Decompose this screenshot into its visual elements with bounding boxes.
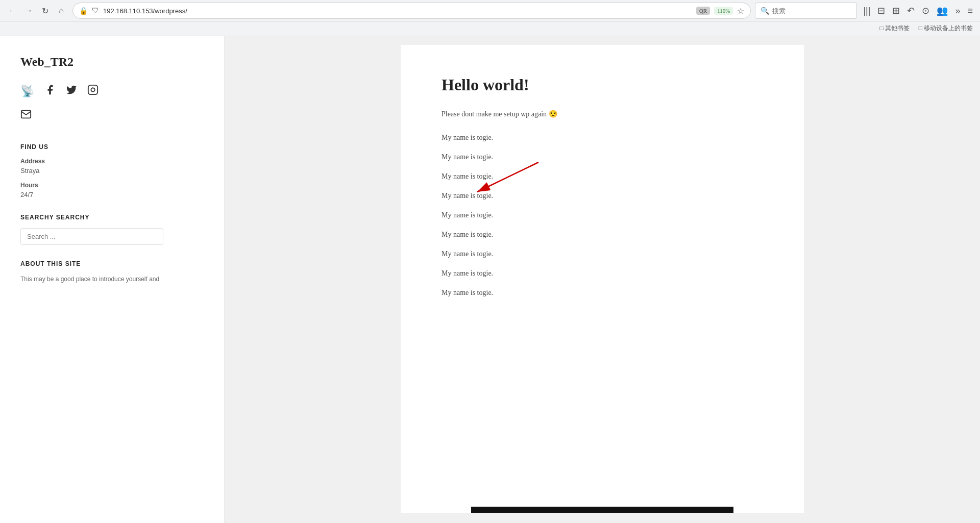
post-line: My name is togie.: [442, 250, 763, 258]
about-section-title: ABOUT THIS SITE: [20, 260, 204, 267]
refresh-button[interactable]: ↻: [38, 4, 52, 18]
post-line: My name is togie.: [442, 269, 763, 278]
mobile-bookmarks[interactable]: □ 移动设备上的书签: [917, 23, 975, 34]
security-icon: 🔒: [79, 7, 88, 15]
post-line: My name is togie.: [442, 134, 763, 142]
progress-bar: [471, 507, 733, 513]
post-lines: My name is togie.My name is togie.My nam…: [442, 134, 763, 297]
post-title: Hello world!: [442, 76, 763, 94]
browser-search-input[interactable]: [772, 7, 851, 15]
zoom-badge[interactable]: 110%: [714, 7, 733, 15]
main-content: Hello world! Please dont make me setup w…: [225, 35, 980, 523]
hours-label: Hours: [20, 182, 204, 189]
about-text: This may be a good place to introduce yo…: [20, 275, 204, 284]
sidebar-search-input[interactable]: [20, 228, 163, 245]
address-label: Address: [20, 158, 204, 165]
hours-value: 24/7: [20, 191, 204, 198]
find-us-section: FIND US Address Straya Hours 24/7: [20, 143, 204, 198]
page-wrapper: Web_TR2 📡 FIND US Address Straya Hours 2…: [0, 35, 980, 523]
sidebar: Web_TR2 📡 FIND US Address Straya Hours 2…: [0, 35, 225, 523]
shield-icon: 🛡: [92, 7, 99, 15]
post-line: My name is togie.: [442, 172, 763, 181]
menu-button[interactable]: ≡: [965, 4, 975, 18]
svg-rect-0: [88, 85, 97, 94]
home-button[interactable]: ⌂: [54, 4, 68, 18]
nav-buttons: ← → ↻ ⌂: [5, 4, 68, 18]
undo-button[interactable]: ↶: [905, 3, 917, 18]
address-value: Straya: [20, 167, 204, 175]
people-button[interactable]: 👥: [935, 3, 950, 18]
facebook-icon[interactable]: [44, 84, 56, 98]
post-intro: Please dont make me setup wp again 😒: [442, 110, 763, 118]
post-line: My name is togie.: [442, 231, 763, 239]
other-bookmarks-label: □ 其他书签: [880, 24, 910, 33]
reading-list-button[interactable]: |||: [861, 4, 872, 18]
email-icon[interactable]: [20, 109, 204, 123]
profile-button[interactable]: ⊙: [920, 3, 932, 18]
url-input[interactable]: [103, 7, 692, 15]
bookmark-star-button[interactable]: ☆: [737, 6, 744, 16]
social-icons: 📡: [20, 84, 204, 98]
qr-badge[interactable]: QR: [696, 7, 710, 15]
address-bar[interactable]: 🔒 🛡 QR 110% ☆: [72, 3, 751, 19]
post-line: My name is togie.: [442, 211, 763, 219]
twitter-icon[interactable]: [66, 84, 77, 98]
search-section-title: SEARCHY SEARCHY: [20, 214, 204, 221]
toolbar-right-buttons: ||| ⊟ ⊞ ↶ ⊙ 👥 » ≡: [861, 3, 975, 18]
about-section: ABOUT THIS SITE This may be a good place…: [20, 260, 204, 284]
post-line: My name is togie.: [442, 289, 763, 297]
other-bookmarks[interactable]: □ 其他书签: [878, 23, 912, 34]
browser-search-bar[interactable]: 🔍: [755, 3, 857, 19]
more-tools-button[interactable]: »: [953, 4, 962, 18]
search-icon: 🔍: [761, 7, 769, 15]
back-button[interactable]: ←: [5, 4, 19, 18]
screenshot-button[interactable]: ⊞: [890, 3, 902, 18]
browser-chrome: ← → ↻ ⌂ 🔒 🛡 QR 110% ☆ 🔍 ||| ⊟: [0, 0, 980, 36]
post-line: My name is togie.: [442, 192, 763, 200]
forward-button[interactable]: →: [21, 4, 36, 18]
instagram-icon[interactable]: [87, 84, 99, 98]
bookmarks-bar: □ 其他书签 □ 移动设备上的书签: [0, 21, 980, 36]
site-title[interactable]: Web_TR2: [20, 55, 204, 69]
content-card: Hello world! Please dont make me setup w…: [401, 45, 804, 513]
progress-bar-container: [401, 507, 804, 513]
search-section: SEARCHY SEARCHY: [20, 214, 204, 245]
feed-icon[interactable]: 📡: [20, 85, 34, 98]
find-us-title: FIND US: [20, 143, 204, 151]
mobile-bookmarks-label: □ 移动设备上的书签: [919, 24, 973, 33]
split-view-button[interactable]: ⊟: [875, 3, 887, 18]
post-line: My name is togie.: [442, 153, 763, 161]
